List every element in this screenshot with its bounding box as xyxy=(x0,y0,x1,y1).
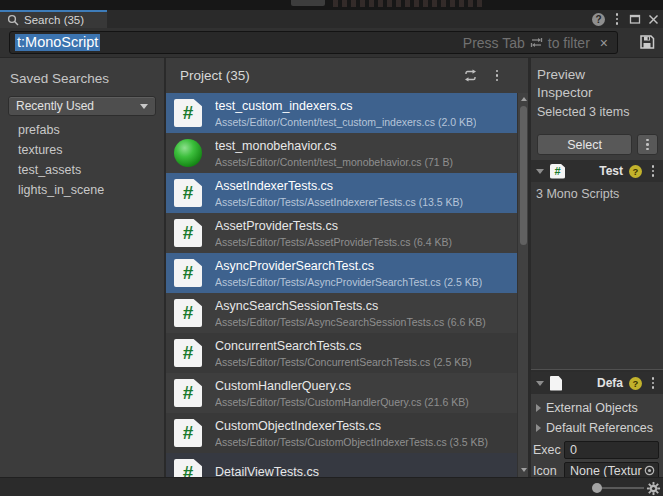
foldout-label: Default References xyxy=(546,421,653,435)
text-asset-icon xyxy=(550,376,562,391)
result-row[interactable]: # DetailViewTests.cs xyxy=(166,453,517,477)
result-name: ConcurrentSearchTests.cs xyxy=(215,339,472,353)
result-path: Assets/Editor/Content/test_custom_indexe… xyxy=(215,116,476,128)
test-section-body: 3 Mono Scripts xyxy=(531,182,663,369)
default-section-title: Defa xyxy=(597,376,623,390)
saved-searches-panel: Saved Searches Recently Used prefabs tex… xyxy=(0,58,164,477)
sidebar-item-label: prefabs xyxy=(18,123,60,137)
sidebar-item-label: test_assets xyxy=(18,163,81,177)
result-name: CustomObjectIndexerTests.cs xyxy=(215,419,488,433)
background-window-text-artifact xyxy=(333,0,483,7)
tab-key-icon xyxy=(530,37,543,48)
saved-search-list: prefabs textures test_assets lights_in_s… xyxy=(0,120,164,200)
results-header: Project (35) xyxy=(166,58,528,93)
gear-icon[interactable] xyxy=(646,481,661,496)
csharp-script-icon: # xyxy=(174,339,202,367)
results-scrollbar[interactable] xyxy=(517,93,528,477)
result-path: Assets/Editor/Tests/AsyncSearchSessionTe… xyxy=(215,316,486,328)
csharp-script-icon: # xyxy=(174,179,202,207)
result-path: Assets/Editor/Tests/ConcurrentSearchTest… xyxy=(215,356,472,368)
sidebar-item[interactable]: textures xyxy=(0,140,164,160)
foldout-open-icon[interactable] xyxy=(536,169,544,174)
result-row[interactable]: # AssetProviderTests.cs Assets/Editor/Te… xyxy=(166,213,517,253)
inspector-panel: Preview Inspector Selected 3 items Selec… xyxy=(531,58,663,477)
foldout-closed-icon xyxy=(536,424,541,432)
help-icon[interactable]: ? xyxy=(592,13,605,26)
result-path: Assets/Editor/Content/test_monobehavior.… xyxy=(215,156,453,168)
csharp-script-icon: # xyxy=(550,164,565,179)
saved-searches-title: Saved Searches xyxy=(10,71,109,86)
result-name: DetailViewTests.cs xyxy=(215,465,319,478)
exec-input[interactable]: 0 xyxy=(564,441,659,459)
background-window-strip xyxy=(0,0,663,10)
sidebar-item-label: lights_in_scene xyxy=(18,183,104,197)
csharp-script-icon: # xyxy=(174,219,202,247)
sidebar-item[interactable]: lights_in_scene xyxy=(0,180,164,200)
result-path: Assets/Editor/Tests/AsyncProviderSearchT… xyxy=(215,276,482,288)
csharp-script-icon: # xyxy=(174,379,202,407)
select-menu-icon[interactable] xyxy=(637,134,658,155)
result-row[interactable]: # test_custom_indexers.cs Assets/Editor/… xyxy=(166,93,517,133)
results-title: Project (35) xyxy=(180,68,250,83)
results-menu-icon[interactable] xyxy=(492,69,502,83)
execution-order-row: Exec 0 xyxy=(533,439,663,460)
result-row[interactable]: test_monobehavior.cs Assets/Editor/Conte… xyxy=(166,133,517,173)
sync-search-icon[interactable] xyxy=(463,69,478,82)
status-bar xyxy=(0,477,663,496)
result-row[interactable]: # AsyncProviderSearchTest.cs Assets/Edit… xyxy=(166,253,517,293)
result-name: test_custom_indexers.cs xyxy=(215,99,476,113)
csharp-script-icon: # xyxy=(174,99,202,127)
test-section-header[interactable]: # Test ? xyxy=(531,160,663,182)
close-icon[interactable] xyxy=(648,14,659,25)
default-section-header[interactable]: Defa ? xyxy=(531,372,663,394)
tab-label: Search (35) xyxy=(24,14,84,26)
result-path: Assets/Editor/Tests/AssetIndexererTests.… xyxy=(215,196,463,208)
maximize-icon[interactable] xyxy=(629,13,641,25)
search-query-selected-text: t:MonoScript xyxy=(15,34,100,51)
inspector-title: Preview Inspector xyxy=(537,66,635,102)
sidebar-item[interactable]: test_assets xyxy=(0,160,164,180)
item-size-slider[interactable] xyxy=(597,487,644,489)
clear-search-icon[interactable]: × xyxy=(600,36,608,50)
test-section-title: Test xyxy=(599,164,623,178)
unity-search-window: Search (35) ? t:MonoScript Press Tab to … xyxy=(0,0,663,496)
csharp-script-icon: # xyxy=(174,259,202,287)
result-row[interactable]: # CustomHandlerQuery.cs Assets/Editor/Te… xyxy=(166,373,517,413)
result-path: Assets/Editor/Tests/AssetProviderTests.c… xyxy=(215,236,452,248)
help-badge-icon[interactable]: ? xyxy=(629,377,642,390)
csharp-script-icon: # xyxy=(174,419,202,447)
selection-summary: Selected 3 items xyxy=(537,105,629,119)
press-tab-hint: Press Tab to filter xyxy=(463,35,590,51)
window-menu-icon[interactable] xyxy=(612,12,622,26)
icon-label: Icon xyxy=(533,464,564,478)
results-panel: Project (35) # test_custom_indexers.cs A… xyxy=(166,58,528,477)
select-button[interactable]: Select xyxy=(537,134,632,155)
default-references-foldout[interactable]: Default References xyxy=(536,418,663,438)
result-path: Assets/Editor/Tests/CustomHandlerQuery.c… xyxy=(215,396,469,408)
tab-search[interactable]: Search (35) xyxy=(0,10,107,28)
section-menu-icon[interactable] xyxy=(648,376,658,390)
sidebar-item[interactable]: prefabs xyxy=(0,120,164,140)
external-objects-foldout[interactable]: External Objects xyxy=(536,398,663,418)
foldout-open-icon[interactable] xyxy=(536,381,544,386)
search-input[interactable]: t:MonoScript Press Tab to filter × xyxy=(9,31,618,54)
object-picker-icon[interactable] xyxy=(644,465,655,476)
result-name: CustomHandlerQuery.cs xyxy=(215,379,469,393)
result-name: AsyncSearchSessionTests.cs xyxy=(215,299,486,313)
scrollbar-thumb[interactable] xyxy=(520,106,527,245)
result-row[interactable]: # CustomObjectIndexerTests.cs Assets/Edi… xyxy=(166,413,517,453)
result-row[interactable]: # ConcurrentSearchTests.cs Assets/Editor… xyxy=(166,333,517,373)
slider-thumb[interactable] xyxy=(592,483,602,493)
dropdown-value: Recently Used xyxy=(16,99,140,113)
saved-searches-dropdown[interactable]: Recently Used xyxy=(8,96,156,116)
tab-bar: Search (35) ? xyxy=(0,10,663,28)
help-badge-icon[interactable]: ? xyxy=(629,165,642,178)
foldout-closed-icon xyxy=(536,404,541,412)
section-menu-icon[interactable] xyxy=(648,164,658,178)
result-row[interactable]: # AssetIndexerTests.cs Assets/Editor/Tes… xyxy=(166,173,517,213)
search-icon xyxy=(7,14,19,26)
result-row[interactable]: # AsyncSearchSessionTests.cs Assets/Edit… xyxy=(166,293,517,333)
icon-object-value: None (Textur xyxy=(570,464,644,478)
result-name: AsyncProviderSearchTest.cs xyxy=(215,259,482,273)
save-search-icon[interactable] xyxy=(637,32,657,52)
